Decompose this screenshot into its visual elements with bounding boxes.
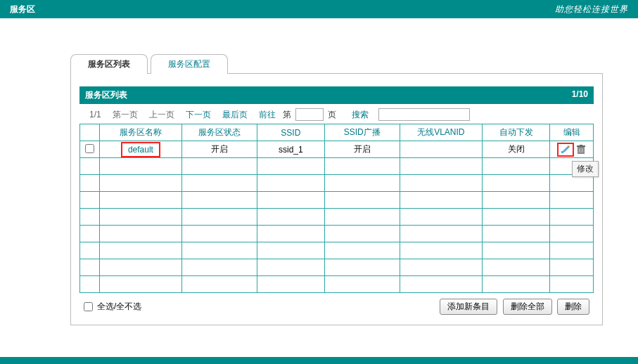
- pager-search-label[interactable]: 搜索: [352, 109, 369, 121]
- select-all-checkbox[interactable]: [84, 302, 93, 311]
- pager-first: 第一页: [113, 109, 138, 121]
- pager-next[interactable]: 下一页: [186, 109, 211, 121]
- pager-last[interactable]: 最后页: [222, 109, 248, 121]
- edit-tooltip: 修改: [572, 161, 599, 177]
- tab-service-list[interactable]: 服务区列表: [70, 54, 148, 74]
- trash-icon[interactable]: [577, 145, 585, 155]
- row-checkbox-cell: [80, 141, 100, 158]
- page-title: 服务区: [10, 0, 35, 18]
- slogan-text: 助您轻松连接世界: [555, 0, 628, 18]
- row-edit-cell: 修改: [550, 141, 594, 158]
- col-vlan[interactable]: 无线VLANID: [400, 124, 482, 141]
- row-name-cell: default: [99, 141, 181, 158]
- col-ssid[interactable]: SSID: [257, 124, 324, 141]
- list-header-bar: 服务区列表 1/10: [79, 86, 594, 104]
- table-row-empty: [80, 276, 594, 293]
- add-button[interactable]: 添加新条目: [440, 299, 497, 315]
- svg-marker-1: [563, 146, 569, 152]
- tab-label: 服务区配置: [168, 59, 210, 69]
- goto-page-input[interactable]: [295, 108, 324, 121]
- top-bar: 服务区 助您轻松连接世界: [0, 0, 638, 18]
- tab-label: 服务区列表: [88, 59, 130, 69]
- row-auto-deliver-cell: 关闭: [483, 141, 550, 158]
- row-ssid-broadcast-cell: 开启: [324, 141, 400, 158]
- search-input[interactable]: [378, 108, 470, 121]
- table-header-row: 服务区名称 服务区状态 SSID SSID广播 无线VLANID 自动下发 编辑: [80, 124, 594, 141]
- data-table: 服务区名称 服务区状态 SSID SSID广播 无线VLANID 自动下发 编辑: [79, 124, 594, 293]
- page-suffix: 页: [328, 109, 336, 121]
- service-name-link[interactable]: default: [128, 145, 153, 155]
- table-row-empty: [80, 259, 594, 276]
- table-row: default 开启 ssid_1 开启 关闭: [80, 141, 594, 158]
- col-edit: 编辑: [550, 124, 594, 141]
- pager-position: 1/1: [89, 110, 101, 119]
- table-row-empty: [80, 192, 594, 209]
- svg-rect-8: [582, 148, 583, 152]
- row-ssid-cell: ssid_1: [257, 141, 324, 158]
- list-title: 服务区列表: [85, 89, 127, 101]
- page-indicator: 1/10: [572, 89, 588, 101]
- svg-rect-5: [580, 145, 582, 146]
- col-auto-deliver[interactable]: 自动下发: [483, 124, 550, 141]
- pager-prev: 上一页: [149, 109, 174, 121]
- table-footer: 全选/全不选 添加新条目 删除全部 删除: [79, 293, 594, 315]
- row-checkbox[interactable]: [85, 144, 94, 153]
- table-row-empty: [80, 242, 594, 259]
- highlight-box-edit: [557, 143, 574, 157]
- table-row-empty: [80, 209, 594, 226]
- select-all-label: 全选/全不选: [97, 301, 141, 313]
- col-name[interactable]: 服务区名称: [99, 124, 181, 141]
- col-checkbox: [80, 124, 100, 141]
- table-row-empty: [80, 175, 594, 192]
- page-prefix: 第: [283, 109, 291, 121]
- panel-container: 服务区列表 1/10 1/1 第一页 上一页 下一页 最后页 前往 第 页 搜索: [70, 73, 603, 325]
- delete-button[interactable]: 删除: [557, 299, 589, 315]
- table-row-empty: [80, 158, 594, 175]
- svg-rect-7: [581, 148, 582, 152]
- table-row-empty: [80, 226, 594, 242]
- tab-service-config[interactable]: 服务区配置: [151, 54, 228, 74]
- row-status-cell: 开启: [182, 141, 257, 158]
- bottom-accent-bar: [0, 357, 638, 364]
- pager-row: 1/1 第一页 上一页 下一页 最后页 前往 第 页 搜索: [79, 104, 594, 124]
- delete-all-button[interactable]: 删除全部: [503, 299, 552, 315]
- edit-icon[interactable]: [561, 145, 570, 155]
- tab-strip: 服务区列表 服务区配置: [70, 53, 603, 73]
- col-ssid-broadcast[interactable]: SSID广播: [324, 124, 400, 141]
- highlight-box: default: [121, 142, 160, 157]
- row-vlan-cell: [400, 141, 482, 158]
- pager-goto[interactable]: 前往: [259, 109, 276, 121]
- svg-rect-6: [579, 148, 580, 152]
- col-status[interactable]: 服务区状态: [182, 124, 257, 141]
